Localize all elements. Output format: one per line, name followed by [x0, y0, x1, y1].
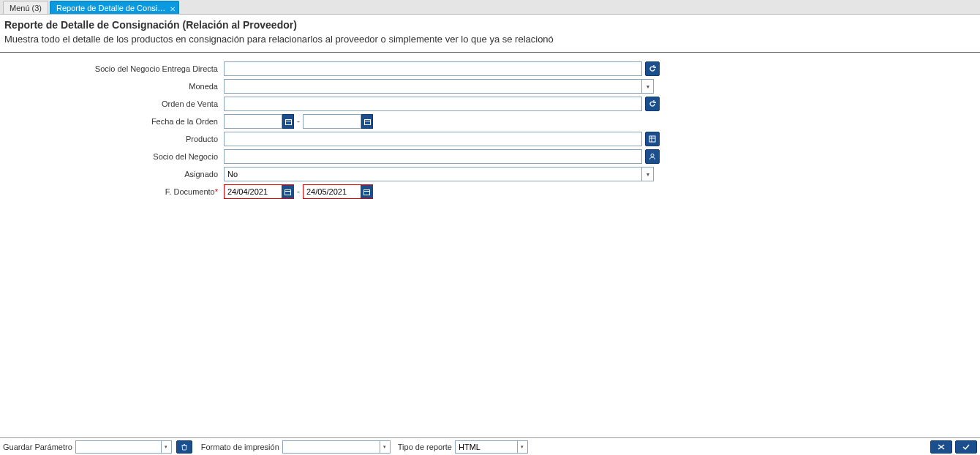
- chevron-down-icon[interactable]: ▾: [642, 167, 654, 181]
- required-mark: *: [215, 187, 218, 196]
- requery-icon[interactable]: [645, 61, 660, 76]
- label-fecha-orden: Fecha de la Orden: [4, 117, 224, 126]
- svg-rect-2: [364, 119, 370, 124]
- label-asignado: Asignado: [4, 170, 224, 178]
- trash-icon[interactable]: [176, 440, 192, 454]
- label-formato-impresion: Formato de impresión: [201, 443, 279, 451]
- calendar-icon[interactable]: [282, 114, 294, 129]
- svg-rect-8: [285, 189, 291, 195]
- tab-report-label: Reporte de Detalle de Consi…: [56, 4, 165, 12]
- svg-rect-4: [649, 136, 655, 142]
- product-lookup-icon[interactable]: [645, 132, 660, 146]
- input-moneda[interactable]: [224, 79, 642, 94]
- label-f-documento: F. Documento*: [4, 187, 224, 196]
- svg-rect-0: [285, 119, 291, 124]
- chevron-down-icon[interactable]: ▾: [380, 440, 391, 454]
- input-tipo-reporte[interactable]: [455, 440, 518, 454]
- svg-rect-10: [364, 189, 370, 195]
- input-asignado[interactable]: [224, 167, 642, 181]
- input-orden-venta[interactable]: [224, 97, 642, 111]
- label-moneda: Moneda: [4, 82, 224, 91]
- input-fecha-orden-to[interactable]: [303, 114, 361, 129]
- calendar-icon[interactable]: [282, 184, 294, 199]
- input-fecha-orden-from[interactable]: [224, 114, 282, 129]
- label-socio-negocio: Socio del Negocio: [4, 152, 224, 161]
- input-socio-entrega[interactable]: [224, 61, 642, 76]
- close-icon[interactable]: ✕: [170, 3, 176, 16]
- chevron-down-icon[interactable]: ▾: [518, 440, 528, 454]
- input-socio-negocio[interactable]: [224, 149, 642, 164]
- ok-button[interactable]: [955, 440, 977, 454]
- label-orden-venta: Orden de Venta: [4, 99, 224, 108]
- chevron-down-icon[interactable]: ▾: [162, 440, 172, 454]
- close-icon: [937, 443, 946, 451]
- input-fdocumento-to[interactable]: [303, 184, 361, 199]
- tab-menu[interactable]: Menú (3): [3, 1, 48, 14]
- page-description: Muestra todo el detalle de los productos…: [0, 32, 980, 53]
- label-f-documento-text: F. Documento: [165, 187, 215, 196]
- input-producto[interactable]: [224, 132, 642, 146]
- partner-lookup-icon[interactable]: [645, 149, 660, 164]
- range-separator: -: [294, 187, 303, 197]
- input-fdocumento-from[interactable]: [224, 184, 282, 199]
- label-guardar-parametro: Guardar Parámetro: [3, 443, 72, 451]
- range-separator: -: [294, 116, 303, 127]
- svg-point-7: [651, 154, 654, 157]
- label-producto: Producto: [4, 135, 224, 143]
- label-socio-entrega: Socio del Negocio Entrega Directa: [4, 64, 224, 73]
- cancel-button[interactable]: [930, 440, 952, 454]
- tab-bar: Menú (3) Reporte de Detalle de Consi… ✕: [0, 0, 980, 15]
- calendar-icon[interactable]: [361, 114, 373, 129]
- label-tipo-reporte: Tipo de reporte: [398, 443, 452, 451]
- input-guardar-parametro[interactable]: [75, 440, 162, 454]
- tab-report[interactable]: Reporte de Detalle de Consi… ✕: [50, 1, 179, 14]
- calendar-icon[interactable]: [361, 184, 373, 199]
- input-formato-impresion[interactable]: [282, 440, 380, 454]
- check-icon: [962, 443, 970, 451]
- parameter-form: Socio del Negocio Entrega Directa Moneda…: [0, 53, 980, 200]
- page-title: Reporte de Detalle de Consignación (Rela…: [0, 15, 980, 32]
- tab-menu-label: Menú (3): [10, 4, 42, 12]
- footer-bar: Guardar Parámetro ▾ Formato de impresión…: [0, 437, 980, 455]
- chevron-down-icon[interactable]: ▾: [642, 79, 654, 94]
- requery-icon[interactable]: [645, 97, 660, 111]
